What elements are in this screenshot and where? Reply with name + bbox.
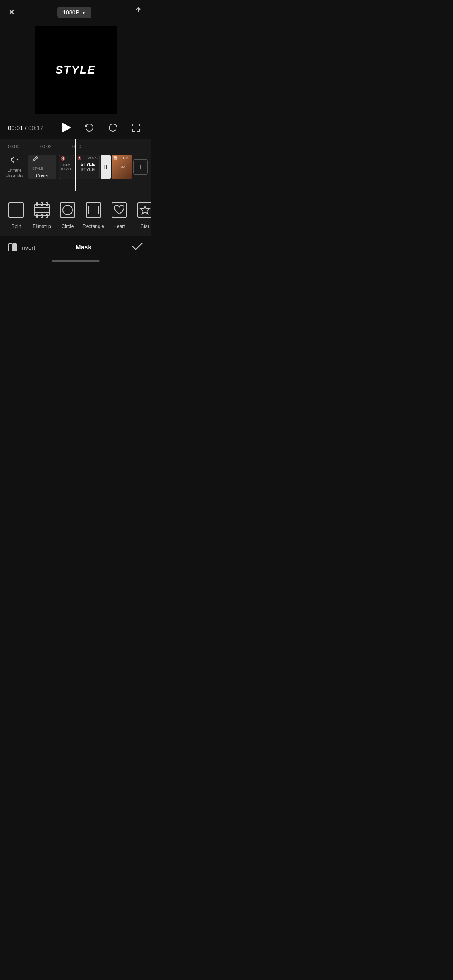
clip-pause: II: [101, 155, 111, 179]
clip-b-mute-icon: 🔇: [77, 156, 81, 160]
shape-list: Split Filmstrip: [0, 196, 151, 233]
add-clip-button[interactable]: +: [133, 159, 148, 175]
home-bar: [52, 260, 100, 262]
audio-mute-label: Unmuteclip audio: [6, 168, 23, 178]
video-container: STYLE: [0, 23, 151, 116]
playback-bar: 00:01 / 00:17: [0, 116, 151, 139]
track-cover[interactable]: STYLE Cover: [28, 155, 56, 179]
bottom-bar: Invert Mask: [0, 236, 151, 257]
add-icon: +: [138, 162, 143, 172]
clip-grad-label: Gra...: [123, 156, 131, 160]
heart-icon-wrap: [109, 200, 130, 220]
clip-item-a[interactable]: 🔇 STYSTYLE: [59, 155, 74, 179]
chevron-down-icon: ▼: [82, 10, 86, 15]
clip-grad-icon: 📈: [113, 156, 117, 160]
ruler-mark-2: 00:0: [72, 144, 105, 149]
mask-title: Mask: [75, 244, 91, 251]
resolution-label: 1080P: [63, 9, 79, 16]
total-time: 00:17: [28, 124, 43, 131]
circle-icon-wrap: [57, 200, 78, 220]
heart-icon: [110, 201, 128, 219]
shape-item-heart[interactable]: Heart: [106, 196, 132, 233]
svg-rect-5: [35, 204, 49, 216]
heart-label: Heart: [113, 224, 125, 229]
filmstrip-icon: [33, 201, 51, 219]
clip-item-b[interactable]: 🔇 ⏱ 0.5x STYLE STYLE: [75, 155, 100, 179]
clip-a-mute-icon: 🔇: [61, 156, 65, 161]
cover-label: Cover: [36, 173, 49, 179]
current-time: 00:01: [8, 124, 23, 131]
clip-gradient-text: The: [119, 165, 125, 169]
mask-selector: Split Filmstrip: [0, 191, 151, 236]
ruler-mark-0: 00:00: [8, 144, 40, 149]
shape-item-circle[interactable]: Circle: [55, 196, 81, 233]
top-bar: ✕ 1080P ▼: [0, 0, 151, 23]
clip-a-text: STYSTYLE: [61, 163, 72, 171]
home-indicator: [0, 257, 151, 264]
shape-item-split[interactable]: Split: [3, 196, 29, 233]
cover-edit-icon: STYLE: [32, 155, 52, 171]
timeline-area: 00:00 00:02 00:0 Unmuteclip audio: [0, 139, 151, 191]
invert-icon: [8, 243, 17, 252]
circle-label: Circle: [62, 224, 74, 229]
resolution-button[interactable]: 1080P ▼: [57, 7, 91, 18]
rectangle-label: Rectangle: [83, 224, 104, 229]
shape-item-rectangle[interactable]: Rectangle: [81, 196, 106, 233]
svg-marker-20: [141, 206, 149, 214]
time-display: 00:01 / 00:17: [8, 124, 43, 131]
svg-rect-18: [112, 203, 126, 217]
track-audio-mute[interactable]: Unmuteclip audio: [3, 153, 26, 181]
video-preview: STYLE: [35, 26, 117, 114]
svg-rect-21: [9, 244, 12, 251]
undo-button[interactable]: [83, 121, 96, 134]
clip-gradient[interactable]: 📈 Gra... The: [112, 155, 133, 179]
ruler-mark-1: 00:02: [40, 144, 72, 149]
star-icon: [136, 201, 151, 219]
star-label: Star: [141, 224, 149, 229]
circle-icon: [59, 201, 77, 219]
close-button[interactable]: ✕: [8, 8, 15, 17]
invert-label: Invert: [20, 244, 35, 251]
audio-mute-icon: [10, 155, 19, 166]
fullscreen-button[interactable]: [129, 121, 143, 134]
time-separator: /: [25, 124, 28, 131]
split-label: Split: [11, 224, 21, 229]
play-icon: [62, 123, 71, 132]
shape-item-filmstrip[interactable]: Filmstrip: [29, 196, 55, 233]
export-button[interactable]: [133, 6, 143, 19]
playback-controls: [61, 121, 143, 134]
star-icon-wrap: [134, 200, 151, 220]
svg-rect-22: [13, 244, 16, 251]
pause-icon: II: [104, 164, 108, 170]
play-button[interactable]: [61, 121, 73, 134]
split-icon-wrap: [6, 200, 27, 220]
filmstrip-label: Filmstrip: [33, 224, 51, 229]
timeline-playhead: [75, 139, 76, 191]
video-style-text: STYLE: [55, 64, 95, 76]
confirm-button[interactable]: [132, 242, 143, 253]
filmstrip-icon-wrap: [31, 200, 52, 220]
confirm-icon: [132, 242, 143, 251]
rectangle-icon-wrap: [83, 200, 104, 220]
svg-point-15: [63, 205, 72, 215]
svg-rect-17: [89, 206, 98, 214]
clip-b-speed: ⏱ 0.5x: [88, 156, 98, 160]
clip-b-texts: STYLE STYLE: [81, 162, 95, 171]
track-clips: 🔇 STYSTYLE 🔇 ⏱ 0.5x STYLE STYLE II 📈 Gra…: [59, 155, 148, 179]
invert-button[interactable]: Invert: [8, 243, 35, 252]
rectangle-icon: [85, 201, 102, 219]
split-icon: [7, 201, 25, 219]
shape-item-star[interactable]: Star: [132, 196, 151, 233]
svg-rect-19: [138, 203, 151, 217]
redo-button[interactable]: [106, 121, 120, 134]
